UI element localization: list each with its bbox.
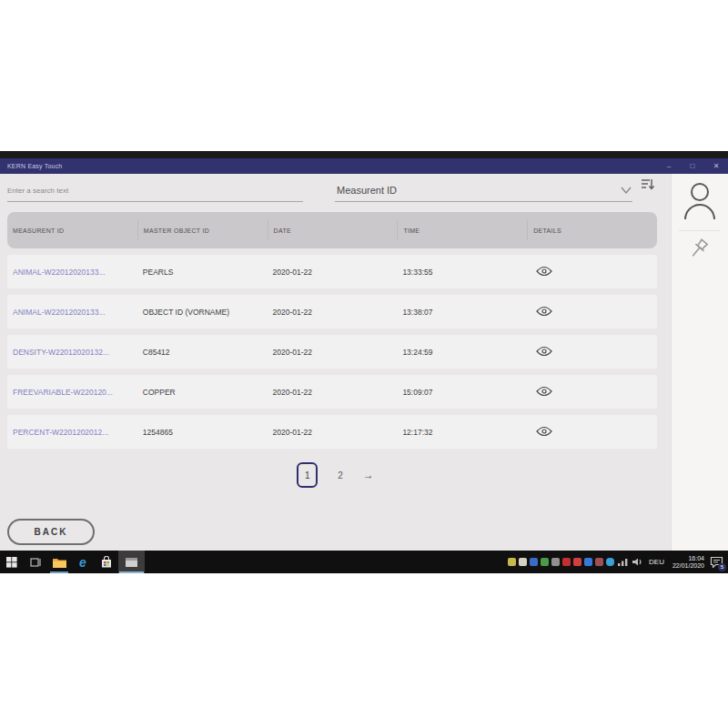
sort-descending-icon [641,177,655,192]
details-button[interactable] [527,266,657,278]
main-content: Measurent ID MEASURENT [0,174,671,551]
table-row: ANIMAL-W22012020133... PEARLS 2020-01-22… [7,255,657,288]
network-icon[interactable] [617,557,629,567]
desktop-background-strip [0,151,728,158]
clock-time: 16:04 [672,555,704,562]
profile-button[interactable] [672,181,728,221]
folder-icon [53,557,66,568]
date-cell: 2020-01-22 [268,268,398,277]
task-view-button[interactable] [24,551,47,573]
window-title: KERN Easy Touch [0,163,62,169]
language-indicator[interactable]: DEU [646,558,667,566]
window-titlebar: KERN Easy Touch – □ ✕ [0,158,728,174]
page-button-1[interactable]: 1 [297,462,318,488]
tray-icon[interactable] [519,558,527,566]
measurent-id-link[interactable]: PERCENT-W2201202012... [7,428,137,437]
master-object-id-cell: COPPER [137,388,268,397]
taskbar-clock[interactable]: 16:04 22/01/2020 [670,555,707,570]
sidebar-divider [679,230,721,231]
clock-date: 22/01/2020 [672,562,704,570]
volume-icon[interactable] [632,557,643,567]
edge-icon: e [79,556,86,569]
time-cell: 13:38:07 [397,308,527,317]
tray-icon[interactable] [530,558,538,566]
user-icon [682,181,718,221]
minimize-icon[interactable]: – [657,158,681,174]
tray-icon[interactable] [573,558,581,566]
date-cell: 2020-01-22 [268,308,398,317]
eye-icon [536,266,552,277]
window-controls: – □ ✕ [657,158,728,174]
column-header-time: TIME [397,220,527,240]
table-row: PERCENT-W2201202012... 1254865 2020-01-2… [7,415,657,449]
measurent-id-link[interactable]: FREEVARIABLE-W220120... [7,388,137,397]
measurent-id-link[interactable]: ANIMAL-W22012020133... [7,308,137,317]
measurent-id-link[interactable]: ANIMAL-W22012020133... [7,268,137,277]
running-indicator [50,571,68,573]
pagination: 1 2 → [0,461,671,489]
page-button-2[interactable]: 2 [338,470,343,480]
chevron-down-icon [620,186,632,195]
details-button[interactable] [527,386,657,399]
sort-button[interactable] [639,176,657,194]
store-bag-icon [101,556,112,568]
time-cell: 12:17:32 [397,428,527,437]
right-sidebar [671,174,728,551]
back-button[interactable]: BACK [7,519,95,545]
time-cell: 13:33:55 [397,268,527,277]
details-button[interactable] [527,426,657,439]
tray-icon[interactable] [541,558,549,566]
eye-icon [536,386,552,397]
app-body: Measurent ID MEASURENT [0,174,728,551]
action-center-button[interactable]: 5 [710,555,724,570]
next-page-arrow-icon[interactable]: → [363,469,374,481]
date-cell: 2020-01-22 [268,348,398,357]
column-header-measurent-id: MEASURENT ID [7,220,137,240]
start-button[interactable] [0,551,24,573]
tray-icon[interactable] [584,558,592,566]
tray-icon[interactable] [551,558,560,566]
screenshot-canvas: KERN Easy Touch – □ ✕ [0,0,728,728]
desktop-screen: KERN Easy Touch – □ ✕ [0,151,728,573]
system-tray: DEU 16:04 22/01/2020 5 [508,551,724,573]
table-row: ANIMAL-W22012020133... OBJECT ID (VORNAM… [7,295,657,329]
windows-logo-icon [6,557,17,568]
store-button[interactable] [95,551,118,573]
pin-button[interactable] [672,237,728,266]
time-cell: 15:09:07 [397,388,527,397]
taskbar-left: e [0,551,145,573]
details-button[interactable] [527,306,657,318]
filter-dropdown-value: Measurent ID [335,185,397,196]
pushpin-icon [686,237,713,266]
task-view-icon [30,557,42,568]
details-button[interactable] [527,346,657,359]
tray-icon[interactable] [606,558,614,566]
tray-icon[interactable] [562,558,571,566]
column-header-master-object-id: MASTER OBJECT ID [137,220,268,240]
notification-count-badge: 5 [718,563,726,571]
tray-icon[interactable] [595,558,603,566]
app-window-icon [125,557,138,568]
column-header-details: DETAILS [527,220,657,240]
date-cell: 2020-01-22 [268,388,398,397]
column-header-date: DATE [268,220,398,240]
master-object-id-cell: C85412 [137,348,268,357]
master-object-id-cell: 1254865 [137,428,268,437]
eye-icon [536,426,552,437]
close-icon[interactable]: ✕ [704,158,728,174]
table-header: MEASURENT ID MASTER OBJECT ID DATE TIME … [7,212,657,248]
maximize-icon[interactable]: □ [681,158,704,174]
eye-icon [536,306,552,317]
eye-icon [536,346,552,357]
table-row: FREEVARIABLE-W220120... COPPER 2020-01-2… [7,375,657,409]
edge-button[interactable]: e [71,551,95,573]
file-explorer-button[interactable] [47,551,71,573]
date-cell: 2020-01-22 [268,428,398,437]
tray-icon[interactable] [508,558,516,566]
time-cell: 13:24:59 [397,348,527,357]
search-input[interactable] [7,179,303,202]
table-row: DENSITY-W22012020132... C85412 2020-01-2… [7,335,657,369]
measurent-id-link[interactable]: DENSITY-W22012020132... [7,348,137,357]
kern-app-taskbar-button[interactable] [118,551,145,573]
filter-dropdown[interactable]: Measurent ID [335,179,632,202]
